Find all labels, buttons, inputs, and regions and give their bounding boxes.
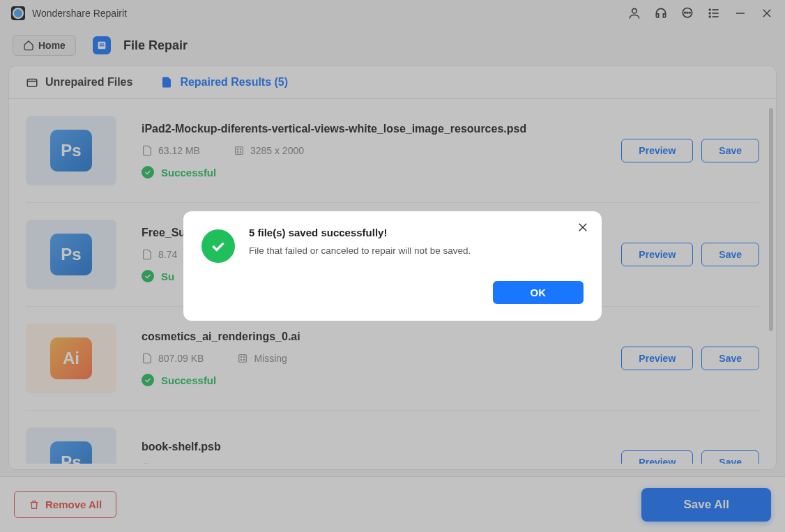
modal-ok-button[interactable]: OK [493, 281, 584, 304]
modal-title: 5 file(s) saved successfully! [249, 227, 471, 238]
modal-footer: OK [201, 281, 584, 304]
modal-close-button[interactable] [577, 221, 589, 234]
success-icon [201, 229, 235, 263]
modal-body: 5 file(s) saved successfully! File that … [201, 227, 584, 263]
modal-text: 5 file(s) saved successfully! File that … [249, 227, 471, 256]
close-icon [577, 221, 589, 234]
modal-subtitle: File that failed or canceled to repair w… [249, 245, 471, 256]
modal-dialog: 5 file(s) saved successfully! File that … [183, 211, 602, 321]
modal-overlay: 5 file(s) saved successfully! File that … [0, 0, 785, 532]
